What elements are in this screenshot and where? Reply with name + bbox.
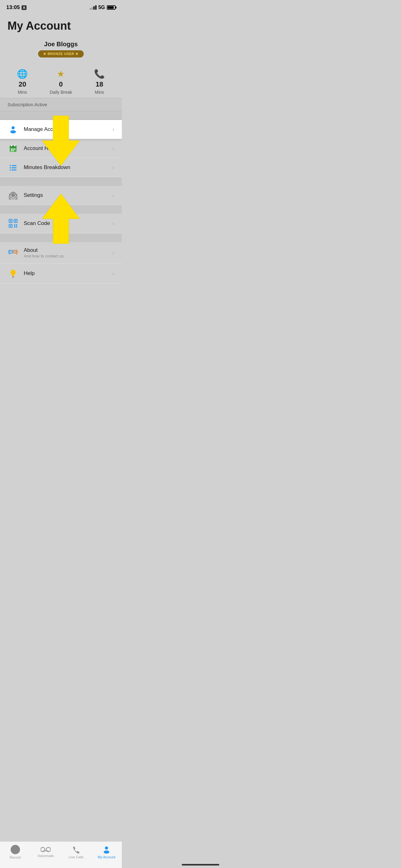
svg-point-34 bbox=[16, 251, 17, 252]
svg-rect-12 bbox=[11, 165, 16, 166]
globe-icon: 🌐 bbox=[17, 69, 28, 79]
status-right: 5G bbox=[90, 5, 115, 10]
minutes-breakdown-text: Minutes Breakdown bbox=[24, 164, 112, 170]
manage-account-label: Manage Account bbox=[24, 126, 112, 132]
account-history-chevron: › bbox=[112, 145, 114, 152]
settings-label: Settings bbox=[24, 192, 112, 198]
account-history-label: Account History bbox=[24, 145, 112, 152]
section-gap-2 bbox=[0, 177, 122, 186]
svg-rect-9 bbox=[11, 150, 12, 151]
svg-rect-3 bbox=[10, 146, 16, 148]
status-icon: A bbox=[22, 5, 26, 10]
help-label: Help bbox=[24, 270, 112, 277]
svg-point-30 bbox=[9, 251, 10, 252]
stat-value-phone: 18 bbox=[96, 80, 103, 88]
menu-item-minutes-breakdown[interactable]: Minutes Breakdown › bbox=[0, 158, 122, 177]
about-label: About bbox=[24, 247, 112, 253]
scan-code-icon-wrap bbox=[7, 219, 19, 228]
qr-code-icon bbox=[8, 219, 18, 228]
scan-code-text: Scan Code bbox=[24, 220, 112, 226]
subscription-text: Subscription Active bbox=[7, 102, 47, 107]
menu-item-account-history[interactable]: Account History › bbox=[0, 139, 122, 158]
lightbulb-icon bbox=[9, 269, 17, 278]
menu-item-about[interactable]: About And how to contact us › bbox=[0, 242, 122, 264]
scan-code-label: Scan Code bbox=[24, 220, 112, 226]
svg-rect-27 bbox=[14, 226, 15, 227]
settings-text: Settings bbox=[24, 192, 112, 198]
section-gap-1 bbox=[0, 111, 122, 120]
profile-name: Joe Bloggs bbox=[44, 41, 78, 48]
minutes-breakdown-chevron: › bbox=[112, 164, 114, 171]
svg-rect-8 bbox=[14, 149, 15, 150]
stat-item-globe: 🌐 20 Mins bbox=[3, 69, 41, 95]
svg-point-13 bbox=[10, 167, 11, 168]
svg-rect-22 bbox=[15, 220, 16, 221]
about-icon-wrap bbox=[7, 248, 19, 257]
section-gap-3 bbox=[0, 205, 122, 214]
settings-chevron: › bbox=[112, 192, 114, 199]
about-text: About And how to contact us bbox=[24, 247, 112, 258]
svg-rect-6 bbox=[11, 149, 12, 150]
calendar-icon bbox=[9, 144, 18, 153]
battery-icon bbox=[107, 5, 115, 10]
help-chevron: › bbox=[112, 270, 114, 277]
svg-point-0 bbox=[11, 126, 15, 129]
star-icon: ★ bbox=[57, 69, 65, 79]
time-display: 13:05 bbox=[6, 4, 20, 11]
svg-rect-26 bbox=[16, 224, 17, 226]
help-icon-wrap bbox=[7, 269, 19, 278]
account-history-text: Account History bbox=[24, 145, 112, 152]
svg-point-31 bbox=[11, 251, 11, 252]
settings-section: Settings › bbox=[0, 186, 122, 205]
manage-account-text: Manage Account bbox=[24, 126, 112, 132]
svg-rect-4 bbox=[11, 145, 12, 147]
manage-account-chevron: › bbox=[112, 126, 114, 133]
person-icon bbox=[9, 125, 18, 134]
phone-icon: 📞 bbox=[94, 69, 105, 79]
stat-value-globe: 20 bbox=[19, 80, 26, 88]
about-chevron: › bbox=[112, 250, 114, 256]
bronze-badge: ★ BRONZE USER ★ bbox=[38, 50, 84, 58]
profile-section: Joe Bloggs ★ BRONZE USER ★ bbox=[0, 37, 122, 62]
minutes-breakdown-icon-wrap bbox=[7, 163, 19, 172]
menu-item-help[interactable]: Help › bbox=[0, 264, 122, 283]
svg-rect-37 bbox=[12, 277, 14, 278]
network-type: 5G bbox=[98, 5, 105, 10]
about-help-section: About And how to contact us › Help › bbox=[0, 242, 122, 283]
svg-rect-20 bbox=[10, 220, 11, 221]
menu-item-settings[interactable]: Settings › bbox=[0, 186, 122, 205]
stat-label-globe: Mins bbox=[18, 90, 27, 95]
battery-fill bbox=[108, 6, 114, 9]
menu-item-manage-account[interactable]: Manage Account › bbox=[0, 120, 122, 139]
minutes-breakdown-label: Minutes Breakdown bbox=[24, 164, 112, 170]
status-time: 13:05 A bbox=[6, 4, 27, 11]
bottom-spacer bbox=[0, 283, 122, 315]
about-sublabel: And how to contact us bbox=[24, 254, 112, 258]
stats-row: 🌐 20 Mins ★ 0 Daily Break 📞 18 Mins bbox=[0, 62, 122, 98]
scan-code-chevron: › bbox=[112, 220, 114, 227]
svg-rect-28 bbox=[16, 226, 17, 227]
menu-item-scan-code[interactable]: Scan Code › bbox=[0, 214, 122, 234]
svg-rect-5 bbox=[14, 145, 15, 147]
page-title: My Account bbox=[7, 19, 114, 32]
svg-point-35 bbox=[11, 270, 15, 275]
manage-account-icon-wrap bbox=[7, 125, 19, 134]
badge-text: ★ BRONZE USER ★ bbox=[43, 52, 79, 56]
list-icon bbox=[9, 163, 18, 172]
stat-value-star: 0 bbox=[59, 80, 63, 88]
signal-bars bbox=[90, 5, 97, 10]
gear-icon bbox=[9, 191, 18, 200]
stat-item-star: ★ 0 Daily Break bbox=[41, 69, 80, 95]
stat-item-phone: 📞 18 Mins bbox=[80, 69, 119, 95]
settings-icon-wrap bbox=[7, 191, 19, 200]
svg-point-33 bbox=[15, 251, 15, 252]
account-history-icon-wrap bbox=[7, 144, 19, 153]
stat-label-star: Daily Break bbox=[49, 90, 72, 95]
svg-rect-24 bbox=[10, 225, 11, 226]
svg-point-15 bbox=[10, 169, 11, 170]
about-icon bbox=[8, 248, 18, 257]
help-text: Help bbox=[24, 270, 112, 277]
status-bar: 13:05 A 5G bbox=[0, 0, 122, 13]
svg-point-11 bbox=[10, 165, 11, 166]
svg-rect-36 bbox=[12, 276, 14, 277]
